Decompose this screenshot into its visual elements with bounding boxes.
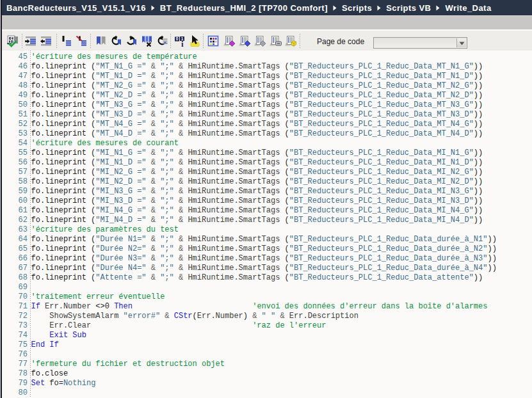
svg-text:i: i — [181, 39, 184, 48]
svg-text:0: 0 — [176, 36, 179, 41]
